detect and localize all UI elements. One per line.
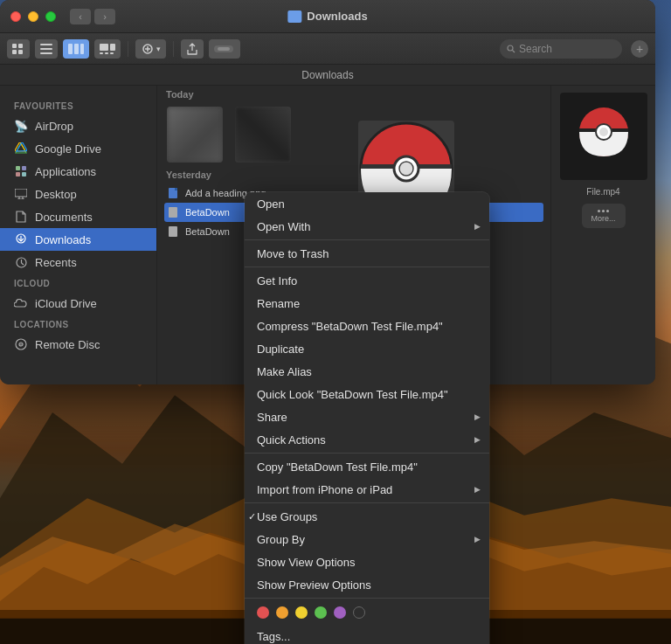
svg-rect-32 [22,166,26,170]
menu-item-show-preview[interactable]: Show Preview Options [245,573,489,596]
column-view-button[interactable] [63,39,89,59]
menu-item-quick-actions[interactable]: Quick Actions [245,428,489,451]
menu-item-quick-look[interactable]: Quick Look "BetaDown Test File.mp4" [245,383,489,405]
grid-icon [12,44,24,54]
sidebar-item-icloud-drive[interactable]: iCloud Drive [0,292,156,315]
sidebar-item-google-drive[interactable]: Google Drive [0,137,156,160]
menu-item-compress[interactable]: Compress "BetaDown Test File.mp4" [245,315,489,337]
menu-divider-2 [245,267,489,267]
menu-item-rename[interactable]: Rename [245,292,489,315]
recents-label: Recents [35,256,77,269]
tag-orange[interactable] [276,606,288,619]
tag-none[interactable] [353,606,365,619]
nav-buttons: ‹ › [70,9,115,24]
maximize-button[interactable] [45,11,56,22]
forward-button[interactable]: › [94,9,115,24]
sidebar-item-remote-disc[interactable]: Remote Disc [0,333,156,356]
menu-item-tags[interactable]: Tags... [245,625,489,644]
menu-item-copy[interactable]: Copy "BetaDown Test File.mp4" [245,455,489,478]
preview-svg [560,101,647,171]
tags-toolbar-button[interactable] [209,39,240,59]
airdrop-icon: 📡 [14,119,28,133]
menu-item-use-groups[interactable]: Use Groups [245,505,489,528]
more-button[interactable]: More... [582,204,626,228]
toolbar: ▾ Search + [0,33,655,65]
icloud-icon [14,296,28,310]
gallery-view-button[interactable] [94,39,121,59]
svg-rect-15 [80,44,84,54]
svg-rect-16 [100,44,108,51]
svg-rect-14 [74,44,79,54]
sidebar-item-documents[interactable]: Documents [0,205,156,228]
menu-item-group-by[interactable]: Group By [245,528,489,551]
menu-item-open-with[interactable]: Open With [245,215,489,238]
sort-icon [141,44,155,54]
file-icon2 [168,225,180,238]
search-placeholder: Search [519,43,552,55]
menu-item-share[interactable]: Share [245,405,489,428]
dot3 [606,210,609,212]
svg-rect-17 [110,44,115,51]
menu-item-show-view[interactable]: Show View Options [245,551,489,573]
icon-view-button[interactable] [7,39,30,59]
google-drive-label: Google Drive [35,142,101,156]
close-button[interactable] [10,11,21,22]
share-button[interactable] [181,39,204,59]
menu-divider-1 [245,239,489,240]
share-icon [186,43,198,55]
downloads-bar: Downloads [0,65,655,86]
sidebar-item-desktop[interactable]: Desktop [0,183,156,205]
more-label: More... [591,214,615,223]
sidebar-item-airdrop[interactable]: 📡 AirDrop [0,114,156,137]
recents-icon [14,255,28,269]
sidebar-item-applications[interactable]: Applications [0,160,156,183]
desktop-icon [14,187,28,201]
menu-divider-3 [245,453,489,454]
toolbar-divider2 [173,41,174,57]
svg-rect-20 [110,52,114,54]
downloads-label: Downloads [35,233,91,246]
svg-rect-58 [169,226,177,237]
gallery-icon [100,44,115,54]
svg-rect-7 [18,44,23,48]
add-button[interactable]: + [631,40,648,58]
sidebar-item-downloads[interactable]: Downloads [0,228,156,251]
tags-row [245,600,489,625]
list-view-button[interactable] [35,39,58,59]
menu-item-make-alias[interactable]: Make Alias [245,360,489,383]
svg-line-27 [513,50,515,52]
menu-item-import[interactable]: Import from iPhone or iPad [245,478,489,501]
back-button[interactable]: ‹ [70,9,91,24]
tags-icon [214,45,235,53]
sort-button[interactable]: ▾ [135,39,166,59]
svg-rect-10 [40,44,52,45]
tag-red[interactable] [257,606,269,619]
svg-point-26 [508,45,513,51]
tag-yellow[interactable] [295,606,308,619]
downloads-bar-title: Downloads [301,69,353,81]
svg-rect-18 [100,52,103,54]
applications-icon [14,164,28,178]
menu-item-duplicate[interactable]: Duplicate [245,337,489,360]
sidebar-item-recents[interactable]: Recents [0,251,156,274]
search-box[interactable]: Search [500,39,622,59]
minimize-button[interactable] [28,11,38,22]
list-item[interactable] [232,107,294,163]
remote-disc-label: Remote Disc [35,338,100,351]
svg-rect-11 [40,48,52,50]
locations-label: Locations [0,315,156,333]
search-icon [507,45,515,53]
tag-purple[interactable] [334,606,346,619]
favourites-label: Favourites [0,96,156,114]
remote-disc-icon [14,337,28,351]
svg-rect-25 [218,47,230,51]
svg-point-63 [599,128,608,136]
preview-thumbnail [560,93,647,180]
tag-green[interactable] [315,606,327,619]
list-item[interactable] [164,107,225,163]
menu-item-move-trash[interactable]: Move to Trash [245,242,489,265]
png-icon [168,187,180,199]
svg-rect-6 [12,44,17,48]
menu-item-open[interactable]: Open [245,192,489,215]
menu-item-get-info[interactable]: Get Info [245,269,489,292]
